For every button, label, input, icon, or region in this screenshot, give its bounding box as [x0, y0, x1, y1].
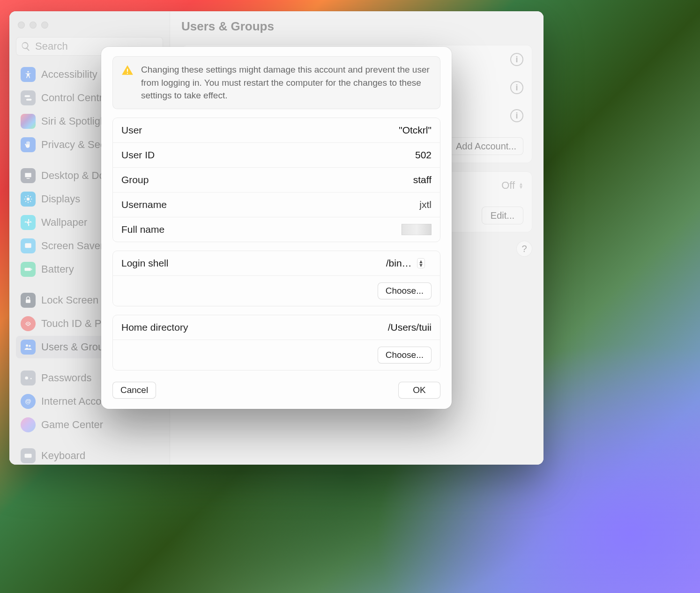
full-name-label: Full name: [121, 224, 164, 235]
row-group[interactable]: Group staff: [113, 168, 440, 193]
row-user: User "Otckrl": [113, 118, 440, 143]
row-login-shell: Login shell /bin/zsh ▲▼: [113, 251, 440, 276]
warning-text: Changing these settings might damage thi…: [141, 63, 432, 102]
row-full-name[interactable]: Full name: [113, 217, 440, 242]
chevron-up-down-icon: ▲▼: [417, 258, 425, 268]
home-dir-group: Home directory /Users/tuii Choose...: [112, 315, 440, 371]
row-username[interactable]: Username jxtl: [113, 193, 440, 217]
username-value: jxtl: [419, 199, 432, 210]
row-choose-shell: Choose...: [113, 276, 440, 306]
modal-actions: Cancel OK: [112, 382, 440, 399]
user-id-label: User ID: [121, 149, 155, 161]
warning-banner: Changing these settings might damage thi…: [112, 56, 440, 109]
user-label: User: [121, 125, 142, 136]
full-name-value: [402, 224, 432, 235]
username-label: Username: [121, 199, 167, 210]
login-shell-group: Login shell /bin/zsh ▲▼ Choose...: [112, 251, 440, 306]
warning-icon: [121, 64, 134, 76]
group-label: Group: [121, 174, 149, 185]
row-home-directory: Home directory /Users/tuii: [113, 315, 440, 340]
home-directory-label: Home directory: [121, 322, 188, 333]
ok-button[interactable]: OK: [398, 382, 440, 399]
advanced-options-modal: Changing these settings might damage thi…: [101, 47, 452, 409]
user-info-group: User "Otckrl" User ID 502 Group staff Us…: [112, 118, 440, 242]
choose-shell-button[interactable]: Choose...: [378, 282, 432, 299]
row-choose-home: Choose...: [113, 340, 440, 370]
user-value: "Otckrl": [399, 125, 432, 136]
login-shell-value: /bin/zsh: [386, 258, 413, 269]
login-shell-select[interactable]: /bin/zsh ▲▼: [386, 258, 432, 269]
group-value: staff: [413, 174, 432, 185]
choose-home-button[interactable]: Choose...: [378, 347, 432, 363]
user-id-value: 502: [415, 149, 432, 161]
login-shell-label: Login shell: [121, 258, 168, 269]
row-user-id[interactable]: User ID 502: [113, 143, 440, 168]
cancel-button[interactable]: Cancel: [112, 382, 156, 399]
home-directory-value: /Users/tuii: [388, 322, 432, 333]
